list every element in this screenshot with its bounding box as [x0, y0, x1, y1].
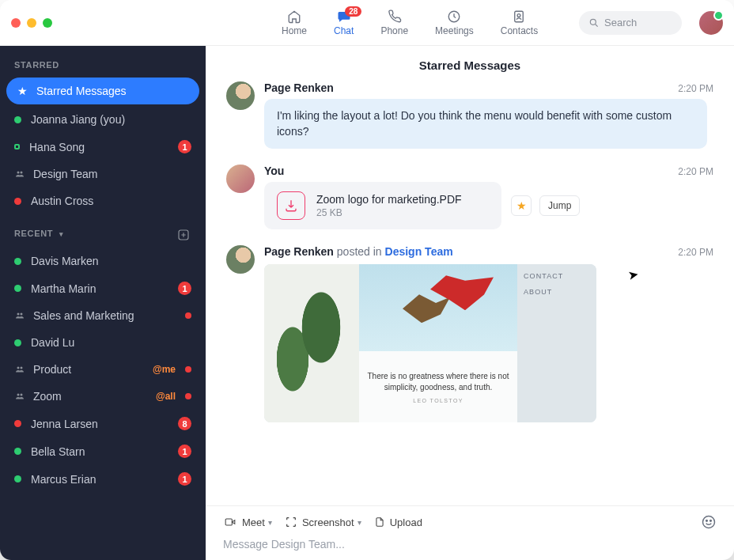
unread-count: 1	[178, 140, 191, 153]
search-box[interactable]: Search	[579, 11, 682, 35]
preview-menu: CONTACT ABOUT	[517, 264, 596, 422]
sidebar-item-label: Zoom	[33, 390, 146, 403]
sidebar-item-hana[interactable]: Hana Song 1	[0, 133, 206, 161]
jump-button[interactable]: Jump	[539, 195, 580, 216]
my-avatar[interactable]	[699, 11, 723, 35]
sidebar-item-jenna[interactable]: Jenna Larsen 8	[0, 410, 206, 437]
group-icon	[14, 311, 24, 320]
avatar[interactable]	[226, 245, 255, 274]
clock-icon	[446, 9, 462, 24]
avatar[interactable]	[226, 165, 255, 193]
preview-tile	[264, 264, 359, 422]
presence-online-icon	[14, 475, 21, 482]
sidebar: STARRED ★ Starred Messages Joanna Jiang …	[0, 46, 206, 560]
app-window: Home Chat 28 Phone Meetings Contacts S	[0, 0, 734, 560]
nav-meetings[interactable]: Meetings	[435, 9, 474, 36]
starred-section-label: STARRED	[0, 46, 206, 76]
presence-away-icon	[14, 144, 20, 149]
sidebar-item-sales[interactable]: Sales and Marketing	[0, 302, 206, 329]
file-name: Zoom logo for marketing.PDF	[316, 193, 462, 206]
unread-dot	[185, 366, 191, 373]
presence-online-icon	[14, 448, 21, 455]
upload-button[interactable]: Upload	[374, 516, 422, 528]
sidebar-item-label: Martha Marin	[31, 282, 168, 295]
svg-point-14	[703, 516, 715, 528]
search-placeholder: Search	[604, 17, 637, 28]
sidebar-item-joanna[interactable]: Joanna Jiang (you)	[0, 106, 206, 133]
message-author: Page Renken	[264, 81, 713, 94]
sidebar-item-label: Sales and Marketing	[33, 309, 176, 322]
sidebar-item-david-lu[interactable]: David Lu	[0, 329, 206, 356]
presence-online-icon	[14, 285, 21, 292]
star-icon: ★	[17, 85, 27, 97]
presence-dnd-icon	[14, 420, 21, 427]
presence-online-icon	[14, 339, 21, 346]
image-preview[interactable]: CONTACT ABOUT There is no greatness wher…	[264, 264, 596, 422]
chevron-down-icon: ▾	[358, 518, 361, 527]
recent-section-label[interactable]: RECENT ▾	[0, 214, 206, 248]
nav-contacts[interactable]: Contacts	[501, 9, 538, 36]
sidebar-item-design-team[interactable]: Design Team	[0, 161, 206, 187]
meet-button[interactable]: Meet ▾	[223, 516, 272, 528]
sidebar-item-marcus[interactable]: Marcus Erian 1	[0, 465, 206, 493]
titlebar: Home Chat 28 Phone Meetings Contacts S	[0, 0, 734, 46]
mention-badge: @all	[156, 391, 176, 402]
message-row: Page Renken I'm liking the layout a lot!…	[226, 81, 713, 149]
sidebar-item-label: Jenna Larsen	[31, 418, 168, 430]
close-window-button[interactable]	[11, 18, 21, 28]
preview-quote: There is no greatness where there is not…	[359, 351, 517, 422]
sidebar-item-austin[interactable]: Austin Cross	[0, 187, 206, 214]
zoom-window-button[interactable]	[43, 18, 52, 28]
svg-point-4	[17, 172, 20, 174]
sidebar-item-martha[interactable]: Martha Marin 1	[0, 274, 206, 302]
plus-square-icon	[177, 229, 190, 241]
contacts-icon	[511, 9, 527, 24]
svg-point-10	[21, 367, 23, 369]
sidebar-item-label: Product	[33, 363, 143, 376]
window-controls	[11, 18, 52, 28]
sidebar-item-davis[interactable]: Davis Marken	[0, 248, 206, 274]
channel-link[interactable]: Design Team	[385, 245, 453, 258]
unread-count: 1	[178, 445, 191, 458]
svg-point-3	[590, 19, 596, 25]
message-input[interactable]	[223, 536, 717, 552]
nav-chat[interactable]: Chat 28	[334, 9, 354, 36]
message-time: 2:20 PM	[678, 247, 713, 258]
message-bubble[interactable]: I'm liking the layout a lot! Do you thin…	[264, 99, 707, 149]
svg-point-11	[17, 394, 20, 396]
phone-icon	[387, 9, 403, 24]
sidebar-item-starred-messages[interactable]: ★ Starred Messages	[6, 78, 199, 104]
nav-home[interactable]: Home	[282, 9, 307, 36]
smile-icon	[701, 514, 717, 530]
chat-badge: 28	[345, 6, 361, 17]
screenshot-icon	[285, 516, 297, 528]
screenshot-button[interactable]: Screenshot ▾	[285, 516, 361, 528]
sidebar-item-label: Design Team	[33, 168, 191, 180]
minimize-window-button[interactable]	[27, 18, 36, 28]
messages-list: Page Renken I'm liking the layout a lot!…	[206, 81, 734, 505]
sidebar-item-bella[interactable]: Bella Starn 1	[0, 437, 206, 465]
unread-dot	[185, 393, 191, 399]
file-icon	[374, 516, 385, 528]
svg-point-2	[518, 13, 521, 17]
sidebar-item-product[interactable]: Product @me	[0, 356, 206, 383]
message-row: You Zoom logo for marketing.PDF 25 KB	[226, 165, 713, 229]
file-attachment[interactable]: Zoom logo for marketing.PDF 25 KB	[264, 182, 501, 229]
unread-count: 1	[178, 282, 191, 295]
svg-point-8	[21, 313, 23, 316]
avatar[interactable]	[226, 81, 255, 110]
sidebar-item-label: Starred Messages	[36, 85, 188, 97]
emoji-button[interactable]	[701, 514, 717, 530]
nav-phone[interactable]: Phone	[380, 9, 408, 36]
add-channel-button[interactable]	[177, 229, 190, 241]
home-icon	[286, 9, 302, 24]
page-title: Starred Messages	[206, 46, 734, 81]
message-row: Page Renken posted in Design Team CONTAC…	[226, 245, 713, 422]
svg-point-16	[710, 520, 712, 522]
group-icon	[14, 169, 24, 179]
svg-point-7	[17, 313, 20, 316]
sidebar-item-zoom[interactable]: Zoom @all	[0, 383, 206, 410]
message-time: 2:20 PM	[678, 83, 713, 94]
top-nav: Home Chat 28 Phone Meetings Contacts	[282, 9, 538, 36]
star-toggle[interactable]: ★	[511, 195, 532, 216]
